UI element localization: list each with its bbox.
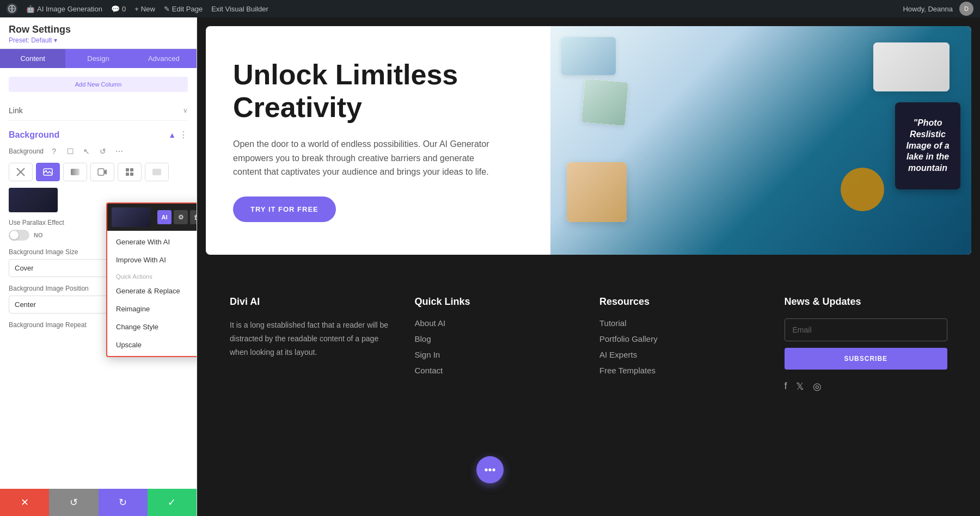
footer-link-tutorial[interactable]: Tutorial — [599, 318, 763, 328]
photo-label: "Photo Reslistic Image of a lake in the … — [901, 118, 955, 174]
save-button[interactable]: ✓ — [148, 489, 197, 516]
cancel-button[interactable]: ✕ — [0, 489, 49, 516]
bg-type-color[interactable] — [145, 163, 169, 181]
add-column-banner[interactable]: Add New Column — [9, 77, 188, 92]
panel-title: Row Settings — [9, 24, 188, 35]
parallax-value: NO — [34, 232, 43, 238]
bg-type-gradient[interactable] — [63, 163, 87, 181]
bg-reset-icon[interactable]: ↺ — [97, 145, 109, 157]
facebook-icon[interactable]: f — [785, 380, 787, 392]
user-avatar[interactable]: D — [959, 2, 973, 16]
hero-cta-button[interactable]: TRY IT FOR FREE — [233, 196, 336, 222]
hero-description: Open the door to a world of endless poss… — [233, 137, 494, 179]
svg-rect-8 — [130, 168, 133, 171]
parallax-toggle[interactable] — [9, 230, 29, 241]
ctx-change-style[interactable]: Change Style ▶ — [107, 318, 197, 336]
link-chevron: ∨ — [183, 107, 188, 114]
hero-card-2 — [567, 162, 627, 222]
bg-type-row — [9, 163, 188, 181]
svg-rect-10 — [130, 173, 133, 176]
bg-type-none[interactable] — [9, 163, 33, 181]
footer-col-news: News & Updates SUBSCRIBE f 𝕏 ◎ — [785, 296, 948, 392]
footer-col4-title: News & Updates — [785, 296, 948, 308]
instagram-icon[interactable]: ◎ — [813, 380, 822, 392]
admin-bar-right: Howdy, Deanna D — [903, 2, 973, 16]
hero-title: Unlock Limitless Creativity — [233, 59, 523, 124]
right-content: Unlock Limitless Creativity Open the doo… — [197, 17, 980, 516]
svg-point-4 — [45, 170, 47, 172]
ctx-generate-replace[interactable]: Generate & Replace — [107, 282, 197, 300]
ctx-upscale[interactable]: Upscale ▶ — [107, 336, 197, 354]
bg-section-controls: ▲ ⋮ — [168, 130, 188, 140]
wp-logo[interactable] — [7, 3, 17, 14]
panel-preset[interactable]: Preset: Default ▾ — [9, 36, 188, 44]
bottom-toolbar: ✕ ↺ ↻ ✓ — [0, 489, 197, 516]
footer-section: Divi AI It is a long established fact th… — [197, 263, 980, 414]
panel-header: Row Settings Preset: Default ▾ — [0, 17, 197, 49]
ctx-gear-icon[interactable]: ⚙ — [174, 210, 188, 224]
ctx-quick-actions-label: Quick Actions — [107, 269, 197, 282]
ctx-improve-ai[interactable]: Improve With AI — [107, 251, 197, 269]
footer-col1-title: Divi AI — [230, 296, 393, 308]
left-panel: Row Settings Preset: Default ▾ Content D… — [0, 17, 197, 516]
redo-button[interactable]: ↻ — [99, 489, 148, 516]
bg-type-pattern[interactable] — [118, 163, 142, 181]
footer-link-ai-experts[interactable]: AI Experts — [599, 350, 763, 359]
comments-link[interactable]: 💬 0 — [111, 5, 126, 13]
email-input[interactable] — [785, 318, 948, 341]
edit-page-link[interactable]: ✎ Edit Page — [164, 5, 203, 13]
tab-advanced[interactable]: Advanced — [131, 49, 197, 68]
ctx-trash-icon[interactable]: 🗑 — [190, 210, 197, 224]
ctx-generate-ai[interactable]: Generate With AI — [107, 233, 197, 251]
wordpress-icon — [7, 3, 17, 14]
tab-design[interactable]: Design — [65, 49, 131, 68]
howdy-text: Howdy, Deanna — [903, 5, 953, 13]
svg-rect-5 — [71, 169, 79, 175]
ctx-reimagine[interactable]: Reimagine — [107, 300, 197, 318]
fab-icon: ••• — [484, 464, 495, 476]
bg-arrow-icon[interactable]: ↖ — [81, 145, 93, 157]
bg-help-icon[interactable]: ? — [48, 145, 60, 157]
bg-type-video[interactable] — [90, 163, 114, 181]
bg-ctrl-label: Background — [9, 148, 44, 155]
footer-link-contact[interactable]: Contact — [415, 366, 578, 375]
exit-builder-link[interactable]: Exit Visual Builder — [211, 5, 268, 13]
footer-link-sign-in[interactable]: Sign In — [415, 350, 578, 359]
svg-rect-9 — [126, 173, 129, 176]
hero-circle — [841, 168, 884, 211]
footer-col-quick-links: Quick Links About AI Blog Sign In Contac… — [415, 296, 578, 392]
bg-more-icon[interactable]: ⋯ — [113, 145, 125, 157]
footer-col1-text: It is a long established fact that a rea… — [230, 318, 393, 360]
tab-content[interactable]: Content — [0, 49, 65, 68]
main-layout: Row Settings Preset: Default ▾ Content D… — [0, 17, 980, 516]
footer-link-blog[interactable]: Blog — [415, 334, 578, 343]
bg-collapse-arrow[interactable]: ▲ — [168, 131, 176, 139]
hero-card-3: "Photo Reslistic Image of a lake in the … — [895, 102, 960, 189]
svg-rect-7 — [126, 168, 129, 171]
bg-controls-row: Background ? ☐ ↖ ↺ ⋯ — [9, 145, 188, 157]
footer-col2-title: Quick Links — [415, 296, 578, 308]
new-link[interactable]: + New — [134, 5, 155, 13]
background-section-header: Background ▲ ⋮ — [9, 130, 188, 140]
twitter-icon[interactable]: 𝕏 — [796, 380, 804, 392]
bg-options-icon[interactable]: ⋮ — [179, 130, 188, 140]
footer-link-about-ai[interactable]: About AI — [415, 318, 578, 328]
bg-type-image[interactable] — [36, 163, 60, 181]
subscribe-button[interactable]: SUBSCRIBE — [785, 348, 948, 370]
footer-col-resources: Resources Tutorial Portfolio Gallery AI … — [599, 296, 763, 392]
link-section[interactable]: Link ∨ — [9, 101, 188, 121]
context-menu: AI ⚙ 🗑 ↺ Generate With AI Improve With A… — [106, 202, 197, 357]
footer-link-portfolio[interactable]: Portfolio Gallery — [599, 334, 763, 343]
undo-button[interactable]: ↺ — [49, 489, 98, 516]
ctx-ai-icon[interactable]: AI — [157, 210, 171, 224]
footer-link-free-templates[interactable]: Free Templates — [599, 366, 763, 375]
admin-bar: 🤖 AI Image Generation 💬 0 + New ✎ Edit P… — [0, 0, 980, 17]
social-icons: f 𝕏 ◎ — [785, 380, 948, 392]
hero-right: "Photo Reslistic Image of a lake in the … — [550, 26, 971, 255]
bg-desktop-icon[interactable]: ☐ — [64, 145, 76, 157]
footer-col3-title: Resources — [599, 296, 763, 308]
ai-image-gen-link[interactable]: 🤖 AI Image Generation — [26, 5, 102, 13]
fab-button[interactable]: ••• — [476, 456, 504, 483]
footer-col-divi-ai: Divi AI It is a long established fact th… — [230, 296, 393, 392]
hero-section: Unlock Limitless Creativity Open the doo… — [206, 26, 971, 255]
